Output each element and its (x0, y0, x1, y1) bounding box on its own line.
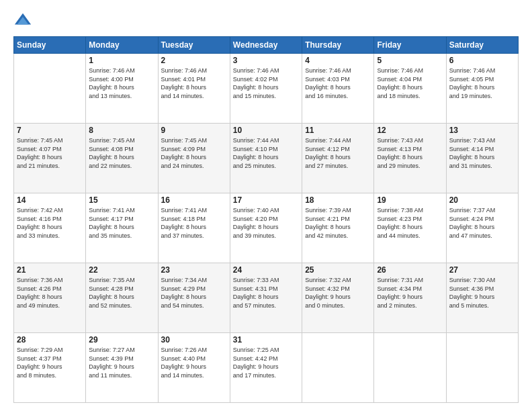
calendar-cell: 28Sunrise: 7:29 AM Sunset: 4:37 PM Dayli… (14, 333, 86, 403)
day-number: 21 (17, 265, 83, 275)
day-number: 9 (161, 126, 227, 135)
day-info: Sunrise: 7:27 AM Sunset: 4:39 PM Dayligh… (89, 346, 154, 379)
day-info: Sunrise: 7:34 AM Sunset: 4:29 PM Dayligh… (161, 276, 227, 310)
calendar-cell: 20Sunrise: 7:37 AM Sunset: 4:24 PM Dayli… (446, 193, 518, 263)
day-number: 20 (449, 195, 515, 205)
calendar-cell: 6Sunrise: 7:46 AM Sunset: 4:05 PM Daylig… (446, 54, 518, 124)
calendar-cell: 21Sunrise: 7:36 AM Sunset: 4:26 PM Dayli… (14, 263, 86, 333)
day-number: 2 (161, 56, 227, 65)
calendar-header-row: SundayMondayTuesdayWednesdayThursdayFrid… (14, 37, 519, 54)
week-row-2: 7Sunrise: 7:45 AM Sunset: 4:07 PM Daylig… (14, 124, 519, 193)
day-number: 16 (161, 195, 227, 205)
day-number: 15 (89, 195, 154, 205)
day-info: Sunrise: 7:46 AM Sunset: 4:01 PM Dayligh… (161, 66, 227, 100)
calendar-cell: 31Sunrise: 7:25 AM Sunset: 4:42 PM Dayli… (230, 333, 302, 403)
day-info: Sunrise: 7:36 AM Sunset: 4:26 PM Dayligh… (17, 276, 83, 310)
day-number: 10 (233, 126, 299, 135)
day-info: Sunrise: 7:35 AM Sunset: 4:28 PM Dayligh… (89, 276, 154, 310)
calendar-cell: 15Sunrise: 7:41 AM Sunset: 4:17 PM Dayli… (86, 193, 158, 263)
day-number: 4 (305, 56, 371, 65)
calendar-cell: 4Sunrise: 7:46 AM Sunset: 4:03 PM Daylig… (302, 54, 374, 124)
calendar-cell: 14Sunrise: 7:42 AM Sunset: 4:16 PM Dayli… (14, 193, 86, 263)
day-number: 13 (449, 126, 515, 135)
week-row-5: 28Sunrise: 7:29 AM Sunset: 4:37 PM Dayli… (14, 333, 519, 403)
day-info: Sunrise: 7:46 AM Sunset: 4:02 PM Dayligh… (233, 66, 299, 100)
day-number: 18 (305, 195, 371, 205)
day-number: 28 (17, 335, 83, 345)
calendar-cell: 16Sunrise: 7:41 AM Sunset: 4:18 PM Dayli… (158, 193, 230, 263)
day-info: Sunrise: 7:41 AM Sunset: 4:18 PM Dayligh… (161, 206, 227, 240)
day-info: Sunrise: 7:41 AM Sunset: 4:17 PM Dayligh… (89, 206, 154, 240)
day-header-tuesday: Tuesday (158, 37, 230, 54)
calendar-cell: 22Sunrise: 7:35 AM Sunset: 4:28 PM Dayli… (86, 263, 158, 333)
day-number: 7 (17, 126, 83, 135)
day-number: 24 (233, 265, 299, 275)
calendar: SundayMondayTuesdayWednesdayThursdayFrid… (13, 36, 519, 403)
calendar-cell: 3Sunrise: 7:46 AM Sunset: 4:02 PM Daylig… (230, 54, 302, 124)
day-number: 6 (449, 56, 515, 65)
day-number: 22 (89, 265, 154, 275)
day-info: Sunrise: 7:46 AM Sunset: 4:03 PM Dayligh… (305, 66, 371, 100)
day-info: Sunrise: 7:26 AM Sunset: 4:40 PM Dayligh… (161, 346, 227, 379)
day-info: Sunrise: 7:45 AM Sunset: 4:08 PM Dayligh… (89, 136, 154, 170)
calendar-cell: 11Sunrise: 7:44 AM Sunset: 4:12 PM Dayli… (302, 124, 374, 193)
day-number: 27 (449, 265, 515, 275)
calendar-cell: 9Sunrise: 7:45 AM Sunset: 4:09 PM Daylig… (158, 124, 230, 193)
day-number: 19 (377, 195, 443, 205)
day-number: 3 (233, 56, 299, 65)
day-info: Sunrise: 7:33 AM Sunset: 4:31 PM Dayligh… (233, 276, 299, 310)
calendar-cell: 27Sunrise: 7:30 AM Sunset: 4:36 PM Dayli… (446, 263, 518, 333)
logo-icon (13, 11, 32, 30)
day-info: Sunrise: 7:45 AM Sunset: 4:07 PM Dayligh… (17, 136, 83, 170)
day-info: Sunrise: 7:45 AM Sunset: 4:09 PM Dayligh… (161, 136, 227, 170)
day-number: 30 (161, 335, 227, 345)
day-number: 25 (305, 265, 371, 275)
day-header-thursday: Thursday (302, 37, 374, 54)
day-info: Sunrise: 7:38 AM Sunset: 4:23 PM Dayligh… (377, 206, 443, 240)
calendar-cell: 1Sunrise: 7:46 AM Sunset: 4:00 PM Daylig… (86, 54, 158, 124)
calendar-cell: 10Sunrise: 7:44 AM Sunset: 4:10 PM Dayli… (230, 124, 302, 193)
calendar-cell: 26Sunrise: 7:31 AM Sunset: 4:34 PM Dayli… (374, 263, 446, 333)
day-number: 23 (161, 265, 227, 275)
day-info: Sunrise: 7:30 AM Sunset: 4:36 PM Dayligh… (449, 276, 515, 310)
day-info: Sunrise: 7:44 AM Sunset: 4:12 PM Dayligh… (305, 136, 371, 170)
day-info: Sunrise: 7:25 AM Sunset: 4:42 PM Dayligh… (233, 346, 299, 379)
header (13, 11, 519, 30)
day-info: Sunrise: 7:42 AM Sunset: 4:16 PM Dayligh… (17, 206, 83, 240)
calendar-cell: 30Sunrise: 7:26 AM Sunset: 4:40 PM Dayli… (158, 333, 230, 403)
day-info: Sunrise: 7:32 AM Sunset: 4:32 PM Dayligh… (305, 276, 371, 310)
day-number: 29 (89, 335, 154, 345)
day-header-friday: Friday (374, 37, 446, 54)
calendar-cell: 17Sunrise: 7:40 AM Sunset: 4:20 PM Dayli… (230, 193, 302, 263)
day-info: Sunrise: 7:40 AM Sunset: 4:20 PM Dayligh… (233, 206, 299, 240)
week-row-4: 21Sunrise: 7:36 AM Sunset: 4:26 PM Dayli… (14, 263, 519, 333)
day-info: Sunrise: 7:46 AM Sunset: 4:05 PM Dayligh… (449, 66, 515, 100)
day-info: Sunrise: 7:44 AM Sunset: 4:10 PM Dayligh… (233, 136, 299, 170)
week-row-1: 1Sunrise: 7:46 AM Sunset: 4:00 PM Daylig… (14, 54, 519, 124)
day-info: Sunrise: 7:46 AM Sunset: 4:04 PM Dayligh… (377, 66, 443, 100)
calendar-cell: 2Sunrise: 7:46 AM Sunset: 4:01 PM Daylig… (158, 54, 230, 124)
day-header-sunday: Sunday (14, 37, 86, 54)
calendar-cell: 13Sunrise: 7:43 AM Sunset: 4:14 PM Dayli… (446, 124, 518, 193)
calendar-cell (374, 333, 446, 403)
day-header-monday: Monday (86, 37, 158, 54)
calendar-cell: 12Sunrise: 7:43 AM Sunset: 4:13 PM Dayli… (374, 124, 446, 193)
day-header-saturday: Saturday (446, 37, 518, 54)
day-number: 31 (233, 335, 299, 345)
day-number: 1 (89, 56, 154, 65)
day-number: 8 (89, 126, 154, 135)
calendar-cell: 24Sunrise: 7:33 AM Sunset: 4:31 PM Dayli… (230, 263, 302, 333)
day-info: Sunrise: 7:43 AM Sunset: 4:13 PM Dayligh… (377, 136, 443, 170)
week-row-3: 14Sunrise: 7:42 AM Sunset: 4:16 PM Dayli… (14, 193, 519, 263)
page: SundayMondayTuesdayWednesdayThursdayFrid… (0, 0, 532, 411)
day-number: 5 (377, 56, 443, 65)
day-header-wednesday: Wednesday (230, 37, 302, 54)
calendar-cell: 7Sunrise: 7:45 AM Sunset: 4:07 PM Daylig… (14, 124, 86, 193)
calendar-cell (302, 333, 374, 403)
calendar-cell: 29Sunrise: 7:27 AM Sunset: 4:39 PM Dayli… (86, 333, 158, 403)
calendar-cell: 5Sunrise: 7:46 AM Sunset: 4:04 PM Daylig… (374, 54, 446, 124)
calendar-cell: 8Sunrise: 7:45 AM Sunset: 4:08 PM Daylig… (86, 124, 158, 193)
day-info: Sunrise: 7:46 AM Sunset: 4:00 PM Dayligh… (89, 66, 154, 100)
day-number: 26 (377, 265, 443, 275)
calendar-cell: 18Sunrise: 7:39 AM Sunset: 4:21 PM Dayli… (302, 193, 374, 263)
